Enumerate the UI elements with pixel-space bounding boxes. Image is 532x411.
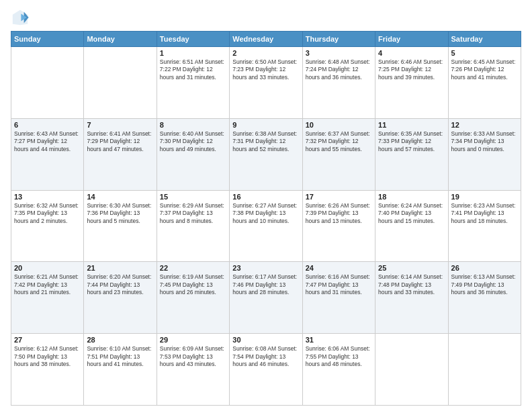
calendar-cell: 7Sunrise: 6:41 AM Sunset: 7:29 PM Daylig…: [84, 118, 157, 190]
day-info: Sunrise: 6:27 AM Sunset: 7:38 PM Dayligh…: [232, 202, 299, 225]
day-info: Sunrise: 6:45 AM Sunset: 7:26 PM Dayligh…: [451, 58, 518, 81]
calendar-cell: 20Sunrise: 6:21 AM Sunset: 7:42 PM Dayli…: [11, 262, 84, 334]
calendar-cell: 2Sunrise: 6:50 AM Sunset: 7:23 PM Daylig…: [230, 47, 302, 119]
day-number: 20: [14, 264, 81, 272]
day-number: 9: [232, 121, 299, 129]
calendar-week-row: 6Sunrise: 6:43 AM Sunset: 7:27 PM Daylig…: [11, 118, 521, 190]
calendar-week-row: 27Sunrise: 6:12 AM Sunset: 7:50 PM Dayli…: [11, 334, 521, 406]
day-info: Sunrise: 6:16 AM Sunset: 7:47 PM Dayligh…: [306, 273, 372, 296]
calendar-cell: 22Sunrise: 6:19 AM Sunset: 7:45 PM Dayli…: [157, 262, 229, 334]
day-number: 21: [87, 264, 153, 272]
day-number: 13: [14, 193, 81, 201]
calendar-day-header: Friday: [375, 32, 448, 47]
day-number: 8: [160, 121, 226, 129]
day-info: Sunrise: 6:06 AM Sunset: 7:55 PM Dayligh…: [306, 345, 372, 368]
day-number: 26: [451, 264, 518, 272]
day-info: Sunrise: 6:46 AM Sunset: 7:25 PM Dayligh…: [378, 58, 445, 81]
calendar-cell: [84, 47, 157, 119]
calendar-cell: 17Sunrise: 6:26 AM Sunset: 7:39 PM Dayli…: [302, 190, 375, 262]
day-info: Sunrise: 6:37 AM Sunset: 7:32 PM Dayligh…: [306, 130, 372, 153]
header: [11, 8, 521, 27]
day-number: 4: [378, 49, 445, 57]
day-info: Sunrise: 6:51 AM Sunset: 7:22 PM Dayligh…: [160, 58, 226, 81]
day-number: 30: [232, 336, 299, 344]
day-info: Sunrise: 6:50 AM Sunset: 7:23 PM Dayligh…: [232, 58, 299, 81]
day-info: Sunrise: 6:26 AM Sunset: 7:39 PM Dayligh…: [306, 202, 372, 225]
day-number: 6: [14, 121, 81, 129]
day-info: Sunrise: 6:35 AM Sunset: 7:33 PM Dayligh…: [378, 130, 445, 153]
day-number: 2: [232, 49, 299, 57]
calendar-cell: 1Sunrise: 6:51 AM Sunset: 7:22 PM Daylig…: [157, 47, 229, 119]
calendar-cell: 31Sunrise: 6:06 AM Sunset: 7:55 PM Dayli…: [302, 334, 375, 406]
day-info: Sunrise: 6:19 AM Sunset: 7:45 PM Dayligh…: [160, 273, 226, 296]
day-number: 28: [87, 336, 153, 344]
calendar-cell: 18Sunrise: 6:24 AM Sunset: 7:40 PM Dayli…: [375, 190, 448, 262]
calendar-day-header: Monday: [84, 32, 157, 47]
day-info: Sunrise: 6:20 AM Sunset: 7:44 PM Dayligh…: [87, 273, 153, 296]
day-number: 24: [306, 264, 372, 272]
calendar-cell: 30Sunrise: 6:08 AM Sunset: 7:54 PM Dayli…: [230, 334, 302, 406]
day-number: 18: [378, 193, 445, 201]
calendar-table: SundayMondayTuesdayWednesdayThursdayFrid…: [11, 31, 521, 406]
day-number: 11: [378, 121, 445, 129]
logo-icon: [11, 8, 30, 27]
calendar-cell: 6Sunrise: 6:43 AM Sunset: 7:27 PM Daylig…: [11, 118, 84, 190]
day-info: Sunrise: 6:48 AM Sunset: 7:24 PM Dayligh…: [306, 58, 372, 81]
day-info: Sunrise: 6:14 AM Sunset: 7:48 PM Dayligh…: [378, 273, 445, 296]
day-info: Sunrise: 6:41 AM Sunset: 7:29 PM Dayligh…: [87, 130, 153, 153]
day-number: 5: [451, 49, 518, 57]
day-number: 16: [232, 193, 299, 201]
day-info: Sunrise: 6:08 AM Sunset: 7:54 PM Dayligh…: [232, 345, 299, 368]
day-number: 3: [306, 49, 372, 57]
day-info: Sunrise: 6:21 AM Sunset: 7:42 PM Dayligh…: [14, 273, 81, 296]
day-number: 31: [306, 336, 372, 344]
calendar-cell: 27Sunrise: 6:12 AM Sunset: 7:50 PM Dayli…: [11, 334, 84, 406]
calendar-cell: 3Sunrise: 6:48 AM Sunset: 7:24 PM Daylig…: [302, 47, 375, 119]
day-number: 27: [14, 336, 81, 344]
day-info: Sunrise: 6:24 AM Sunset: 7:40 PM Dayligh…: [378, 202, 445, 225]
calendar-day-header: Thursday: [302, 32, 375, 47]
day-info: Sunrise: 6:13 AM Sunset: 7:49 PM Dayligh…: [451, 273, 518, 296]
day-info: Sunrise: 6:12 AM Sunset: 7:50 PM Dayligh…: [14, 345, 81, 368]
day-number: 12: [451, 121, 518, 129]
day-number: 25: [378, 264, 445, 272]
calendar-day-header: Wednesday: [230, 32, 302, 47]
day-info: Sunrise: 6:09 AM Sunset: 7:53 PM Dayligh…: [160, 345, 226, 368]
calendar-cell: 12Sunrise: 6:33 AM Sunset: 7:34 PM Dayli…: [448, 118, 521, 190]
calendar-cell: 19Sunrise: 6:23 AM Sunset: 7:41 PM Dayli…: [448, 190, 521, 262]
day-info: Sunrise: 6:33 AM Sunset: 7:34 PM Dayligh…: [451, 130, 518, 153]
day-number: 19: [451, 193, 518, 201]
calendar-cell: [11, 47, 84, 119]
calendar-cell: 25Sunrise: 6:14 AM Sunset: 7:48 PM Dayli…: [375, 262, 448, 334]
calendar-cell: 9Sunrise: 6:38 AM Sunset: 7:31 PM Daylig…: [230, 118, 302, 190]
calendar-day-header: Saturday: [448, 32, 521, 47]
calendar-cell: 15Sunrise: 6:29 AM Sunset: 7:37 PM Dayli…: [157, 190, 229, 262]
day-number: 1: [160, 49, 226, 57]
day-info: Sunrise: 6:23 AM Sunset: 7:41 PM Dayligh…: [451, 202, 518, 225]
day-info: Sunrise: 6:17 AM Sunset: 7:46 PM Dayligh…: [232, 273, 299, 296]
calendar-cell: 24Sunrise: 6:16 AM Sunset: 7:47 PM Dayli…: [302, 262, 375, 334]
calendar-cell: 5Sunrise: 6:45 AM Sunset: 7:26 PM Daylig…: [448, 47, 521, 119]
calendar-cell: 10Sunrise: 6:37 AM Sunset: 7:32 PM Dayli…: [302, 118, 375, 190]
day-number: 17: [306, 193, 372, 201]
calendar-cell: 4Sunrise: 6:46 AM Sunset: 7:25 PM Daylig…: [375, 47, 448, 119]
calendar-cell: 13Sunrise: 6:32 AM Sunset: 7:35 PM Dayli…: [11, 190, 84, 262]
calendar-week-row: 1Sunrise: 6:51 AM Sunset: 7:22 PM Daylig…: [11, 47, 521, 119]
day-info: Sunrise: 6:30 AM Sunset: 7:36 PM Dayligh…: [87, 202, 153, 225]
calendar-cell: 29Sunrise: 6:09 AM Sunset: 7:53 PM Dayli…: [157, 334, 229, 406]
day-number: 15: [160, 193, 226, 201]
calendar-cell: 26Sunrise: 6:13 AM Sunset: 7:49 PM Dayli…: [448, 262, 521, 334]
calendar-cell: 16Sunrise: 6:27 AM Sunset: 7:38 PM Dayli…: [230, 190, 302, 262]
day-number: 23: [232, 264, 299, 272]
calendar-cell: 14Sunrise: 6:30 AM Sunset: 7:36 PM Dayli…: [84, 190, 157, 262]
logo: [11, 8, 32, 27]
day-number: 10: [306, 121, 372, 129]
page: SundayMondayTuesdayWednesdayThursdayFrid…: [0, 0, 532, 411]
day-number: 14: [87, 193, 153, 201]
calendar-cell: [375, 334, 448, 406]
calendar-cell: 11Sunrise: 6:35 AM Sunset: 7:33 PM Dayli…: [375, 118, 448, 190]
calendar-header-row: SundayMondayTuesdayWednesdayThursdayFrid…: [11, 32, 521, 47]
day-number: 29: [160, 336, 226, 344]
calendar-cell: 8Sunrise: 6:40 AM Sunset: 7:30 PM Daylig…: [157, 118, 229, 190]
day-info: Sunrise: 6:40 AM Sunset: 7:30 PM Dayligh…: [160, 130, 226, 153]
